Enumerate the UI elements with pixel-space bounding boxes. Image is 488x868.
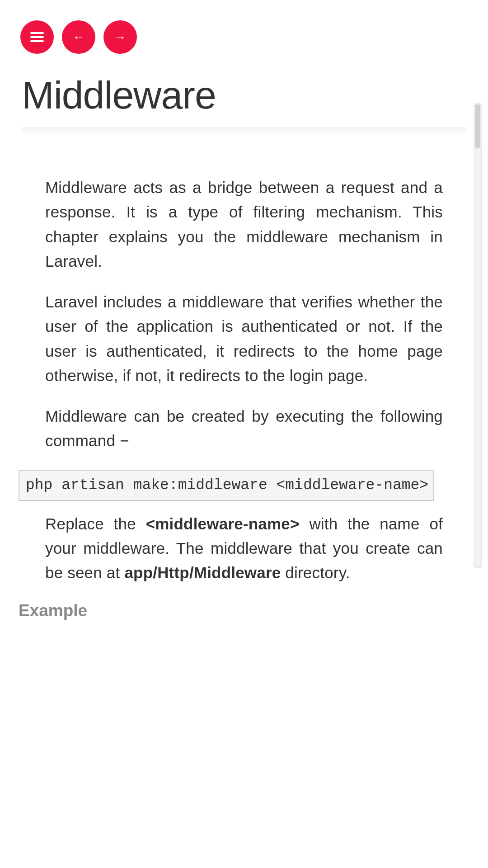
hamburger-icon	[30, 32, 44, 42]
next-button[interactable]: →	[103, 20, 137, 54]
prev-button[interactable]: ←	[62, 20, 95, 54]
scrollbar-thumb[interactable]	[475, 104, 480, 148]
text-replace-3: directory.	[281, 564, 350, 581]
page-title: Middleware	[0, 54, 488, 118]
paragraph-auth: Laravel includes a middleware that verif…	[45, 290, 443, 388]
heading-example: Example	[19, 601, 443, 620]
title-divider	[22, 127, 466, 137]
main-content: Middleware acts as a bridge between a re…	[0, 137, 488, 620]
nav-button-group: ← →	[0, 0, 488, 54]
text-replace-1: Replace the	[45, 515, 146, 533]
scrollbar-track[interactable]	[474, 103, 482, 568]
paragraph-intro: Middleware acts as a bridge between a re…	[45, 175, 443, 274]
bold-middleware-name: <middleware-name>	[146, 515, 300, 533]
paragraph-replace: Replace the <middleware-name> with the n…	[45, 512, 443, 585]
arrow-right-icon: →	[114, 30, 126, 44]
code-block-artisan: php artisan make:middleware <middleware-…	[19, 470, 434, 501]
bold-directory: app/Http/Middleware	[124, 564, 281, 581]
arrow-left-icon: ←	[73, 30, 84, 44]
menu-button[interactable]	[20, 20, 54, 54]
paragraph-create-cmd: Middleware can be created by executing t…	[45, 404, 443, 453]
